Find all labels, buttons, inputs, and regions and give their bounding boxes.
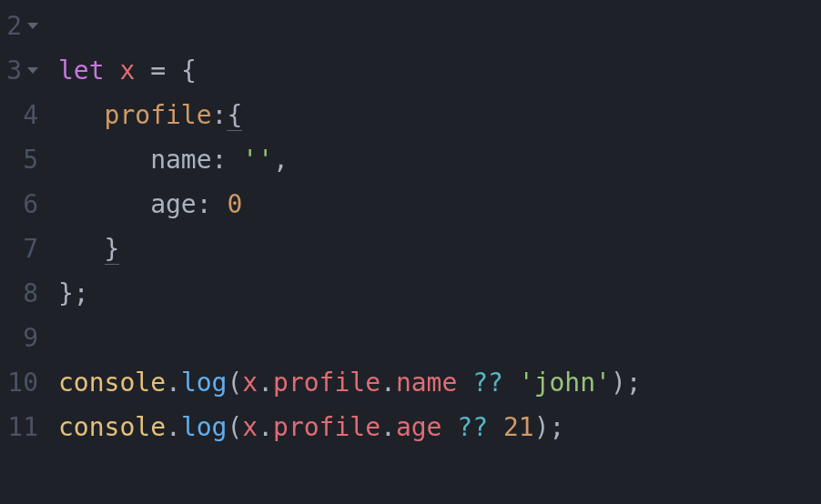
string-token: '' bbox=[242, 145, 273, 175]
punct-token: ( bbox=[227, 368, 242, 398]
keyword-token: let bbox=[58, 55, 105, 86]
brace-token: } bbox=[105, 234, 120, 265]
code-editor[interactable]: 2 3 4 5 6 7 8 9 10 11 let x = { profile:… bbox=[0, 4, 821, 504]
punct-token: . bbox=[258, 412, 273, 442]
brace-token: } bbox=[58, 278, 74, 308]
code-line: profile:{ bbox=[58, 93, 821, 137]
brace-token: { bbox=[227, 100, 242, 131]
line-number: 7 bbox=[0, 227, 38, 271]
line-number: 8 bbox=[0, 271, 38, 316]
code-line: console.log(x.profile.age ?? 21); bbox=[58, 405, 821, 449]
punct-token: . bbox=[380, 368, 396, 398]
code-area[interactable]: let x = { profile:{ name: '', age: 0 }};… bbox=[44, 4, 821, 504]
punct-token: , bbox=[273, 145, 289, 175]
operator-token: ?? bbox=[472, 368, 503, 398]
punct-token: : bbox=[212, 145, 228, 175]
line-number: 11 bbox=[0, 405, 38, 449]
code-line: name: '', bbox=[58, 137, 821, 182]
code-line: console.log(x.profile.name ?? 'john'); bbox=[58, 360, 821, 405]
property-token: name bbox=[150, 145, 211, 175]
punct-token: ; bbox=[550, 412, 565, 442]
object-token: console bbox=[58, 368, 166, 398]
property-token: profile bbox=[273, 368, 380, 398]
fold-icon[interactable] bbox=[27, 23, 38, 29]
code-line: age: 0 bbox=[58, 182, 821, 227]
property-token: age bbox=[150, 189, 197, 219]
line-number: 10 bbox=[0, 360, 38, 405]
punct-token: . bbox=[258, 368, 273, 398]
punct-token: . bbox=[380, 412, 396, 442]
property-token: age bbox=[396, 412, 442, 442]
number-token: 0 bbox=[227, 189, 242, 219]
fold-icon[interactable] bbox=[27, 67, 38, 74]
code-line: }; bbox=[58, 271, 821, 316]
string-token: 'john' bbox=[519, 368, 611, 398]
line-number: 5 bbox=[0, 137, 38, 182]
object-token: console bbox=[58, 412, 166, 442]
punct-token: ) bbox=[611, 368, 626, 398]
property-token: name bbox=[396, 368, 457, 398]
function-token: log bbox=[181, 368, 228, 398]
line-number: 4 bbox=[0, 93, 38, 137]
brace-token: { bbox=[181, 55, 197, 86]
function-token: log bbox=[181, 412, 228, 442]
punct-token: = bbox=[150, 55, 166, 86]
punct-token: . bbox=[166, 368, 181, 398]
line-number: 9 bbox=[0, 316, 38, 360]
code-line bbox=[58, 316, 821, 360]
code-line: } bbox=[58, 227, 821, 271]
line-number: 6 bbox=[0, 182, 38, 227]
code-line: let x = { bbox=[58, 48, 821, 93]
punct-token: ; bbox=[626, 368, 642, 398]
variable-token: x bbox=[242, 412, 258, 442]
punct-token: ; bbox=[74, 278, 89, 308]
variable-token: x bbox=[119, 55, 135, 86]
punct-token: ( bbox=[227, 412, 242, 442]
property-token: profile bbox=[273, 412, 380, 442]
operator-token: ?? bbox=[457, 412, 488, 442]
punct-token: : bbox=[212, 100, 228, 130]
punct-token: : bbox=[197, 189, 212, 219]
punct-token: . bbox=[166, 412, 181, 442]
line-number: 3 bbox=[0, 48, 38, 93]
line-number-gutter: 2 3 4 5 6 7 8 9 10 11 bbox=[0, 4, 44, 504]
variable-token: x bbox=[242, 368, 258, 398]
punct-token: ) bbox=[534, 412, 550, 442]
property-token: profile bbox=[105, 100, 212, 130]
line-number: 2 bbox=[0, 4, 38, 48]
number-token: 21 bbox=[503, 412, 534, 442]
